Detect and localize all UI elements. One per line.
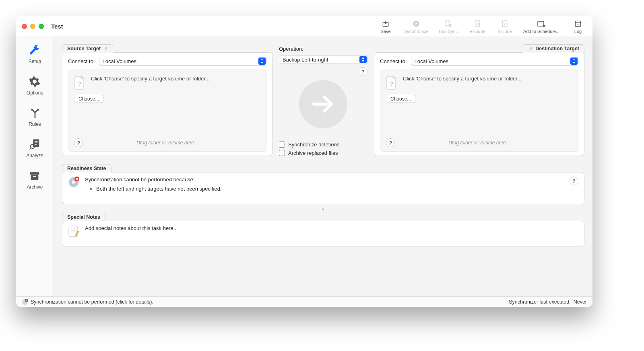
notes-icon <box>68 225 79 237</box>
unknown-file-icon: ? <box>74 76 85 90</box>
chevron-up-down-icon <box>258 57 266 65</box>
svg-rect-16 <box>33 176 37 177</box>
resize-handle-icon[interactable]: ● <box>62 207 584 211</box>
svg-text:16: 16 <box>577 23 579 26</box>
svg-marker-11 <box>36 109 39 110</box>
save-button[interactable]: Save <box>377 19 394 34</box>
readiness-section: Readiness State Synchronization cannot b… <box>62 164 584 204</box>
operation-column: Operation: Backup Left-to-right ? <box>279 44 367 156</box>
zoom-window-button[interactable] <box>39 24 44 29</box>
log-button[interactable]: 16 Log <box>569 19 587 34</box>
window-controls <box>22 24 44 29</box>
operation-label: Operation: <box>279 46 367 52</box>
readiness-message: Synchronization cannot be performed beca… <box>85 177 222 183</box>
readiness-help-button[interactable]: ? <box>570 177 578 185</box>
include-icon <box>500 19 509 28</box>
special-notes-tab: Special Notes <box>62 213 105 221</box>
source-target-tab: Source Target <box>62 44 113 53</box>
source-panel: Connect to: Local Volumes <box>62 52 272 156</box>
operation-select[interactable]: Backup Left-to-right <box>279 55 367 64</box>
notes-section: Special Notes Add special notes about th… <box>62 213 584 246</box>
operation-help-button[interactable]: ? <box>359 67 367 76</box>
gear-icon <box>29 76 41 88</box>
split-arrows-icon <box>29 107 41 119</box>
destination-drop-area[interactable]: ? Click 'Choose' to specify a target vol… <box>380 70 578 152</box>
sidebar-item-archive[interactable]: Archive <box>27 170 43 190</box>
destination-target-tab: Destination Target <box>523 44 584 53</box>
include-button[interactable]: Include <box>496 19 514 34</box>
sidebar-item-options[interactable]: Options <box>27 76 43 96</box>
add-to-schedule-button[interactable]: Add to Schedule... <box>523 19 559 34</box>
source-help-button[interactable]: ? <box>74 138 83 147</box>
status-left[interactable]: Synchronization cannot be performed (cli… <box>22 299 153 305</box>
svg-marker-10 <box>30 109 33 110</box>
titlebar: Test Save Synchronize Trial Sync. <box>16 16 592 37</box>
source-connect-select[interactable]: Local Volumes <box>99 57 267 66</box>
status-right: Synchronizer last executed: Never <box>509 299 587 305</box>
destination-target-column: Destination Target Connect to: Local Vol… <box>374 44 584 156</box>
save-icon <box>381 19 390 28</box>
svg-rect-5 <box>502 21 507 27</box>
sidebar-item-setup[interactable]: Setup <box>29 44 41 64</box>
main-content: Source Target Connect to: Local Volumes <box>54 37 592 296</box>
sync-deletions-checkbox[interactable]: Synchronize deletions <box>279 142 367 148</box>
edit-icon[interactable] <box>528 46 533 51</box>
unknown-file-icon: ? <box>386 76 397 90</box>
sidebar-item-analyze[interactable]: Analyze <box>26 138 43 158</box>
destination-connect-label: Connect to: <box>380 58 407 64</box>
trial-sync-icon <box>444 19 453 28</box>
archive-icon <box>29 170 41 182</box>
destination-hint-text: Click 'Choose' to specify a target volum… <box>403 76 522 82</box>
svg-text:?: ? <box>78 80 81 87</box>
source-drag-hint: Drag folder or volume here... <box>83 140 252 146</box>
svg-text:?: ? <box>390 80 393 87</box>
edit-icon[interactable] <box>103 46 108 51</box>
notes-placeholder[interactable]: Add special notes about this task here..… <box>85 225 178 231</box>
sidebar-item-rules[interactable]: Rules <box>29 107 41 127</box>
exclude-button[interactable]: Exclude <box>469 19 486 34</box>
app-window: Test Save Synchronize Trial Sync. <box>16 16 592 307</box>
analyze-icon <box>29 138 41 150</box>
sidebar: Setup Options Rules Analyze <box>16 37 54 296</box>
chevron-up-down-icon <box>570 57 578 65</box>
toolbar: Save Synchronize Trial Sync. Exclude <box>377 19 587 34</box>
archive-replaced-checkbox[interactable]: Archive replaced files <box>279 150 367 156</box>
direction-arrow-icon <box>299 80 347 128</box>
close-window-button[interactable] <box>22 24 27 29</box>
log-icon: 16 <box>574 19 582 28</box>
source-hint-text: Click 'Choose' to specify a target volum… <box>91 76 210 82</box>
chevron-up-down-icon <box>359 56 367 63</box>
calendar-add-icon <box>537 19 546 28</box>
readiness-bullet: Both the left and right targets have not… <box>96 186 222 192</box>
source-target-column: Source Target Connect to: Local Volumes <box>62 44 272 156</box>
destination-panel: Connect to: Local Volumes <box>374 52 584 156</box>
destination-connect-select[interactable]: Local Volumes <box>411 57 579 66</box>
readiness-tab: Readiness State <box>62 164 111 172</box>
exclude-icon <box>473 19 482 28</box>
status-error-icon <box>22 299 28 305</box>
destination-help-button[interactable]: ? <box>386 138 395 147</box>
source-choose-button[interactable]: Choose... <box>74 95 103 103</box>
window-title: Test <box>51 23 63 30</box>
error-play-icon <box>68 177 79 188</box>
source-connect-label: Connect to: <box>68 58 95 64</box>
trial-sync-button[interactable]: Trial Sync. <box>438 19 459 34</box>
wrench-icon <box>29 44 41 56</box>
synchronize-button[interactable]: Synchronize <box>404 19 429 34</box>
svg-rect-14 <box>30 172 39 174</box>
status-bar: Synchronization cannot be performed (cli… <box>16 296 592 307</box>
source-drop-area[interactable]: ? Click 'Choose' to specify a target vol… <box>68 70 266 152</box>
destination-choose-button[interactable]: Choose... <box>386 95 415 103</box>
destination-drag-hint: Drag folder or volume here... <box>395 140 564 146</box>
svg-rect-15 <box>31 175 39 180</box>
minimize-window-button[interactable] <box>30 24 35 29</box>
play-circle-icon <box>412 19 421 28</box>
